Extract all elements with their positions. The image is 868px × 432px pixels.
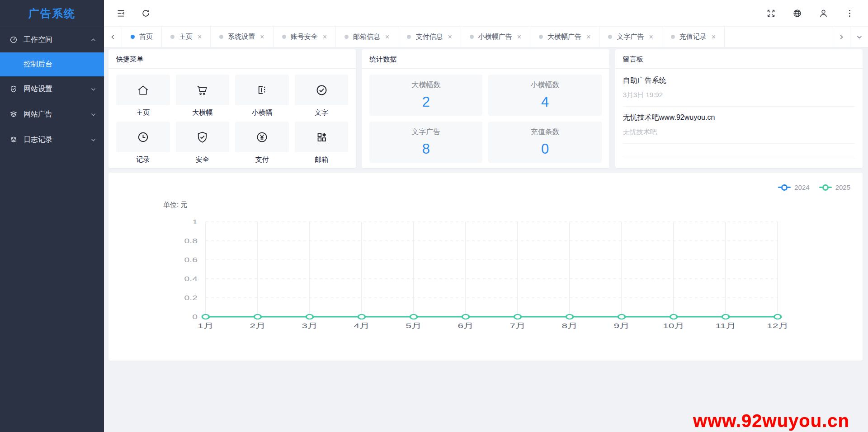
tab-status-dot <box>282 35 286 39</box>
quick-menu-item-label: 安全 <box>176 155 230 164</box>
chart-panel: 2024 2025 单位: 元 1月2月3月4月5月6月7月8月9月10月11月… <box>108 173 863 361</box>
close-icon[interactable]: × <box>323 33 327 41</box>
close-icon[interactable]: × <box>649 33 653 41</box>
user-icon[interactable] <box>819 9 828 18</box>
topbar-right <box>766 9 854 18</box>
quick-menu-item-label: 小横幅 <box>235 108 289 117</box>
close-icon[interactable]: × <box>260 33 264 41</box>
quick-menu-item-label: 记录 <box>116 155 170 164</box>
banner-icon <box>235 75 289 105</box>
quick-menu-item-payment[interactable]: 支付 <box>235 122 289 164</box>
stats-panel: 统计数据 大横幅数 2 小横幅数 4 文字 <box>362 49 609 168</box>
chevron-up-icon <box>90 37 97 43</box>
quick-menu-item-label: 主页 <box>116 108 170 117</box>
tab-account-security[interactable]: 账号安全 × <box>274 27 336 47</box>
cart-icon <box>176 75 230 105</box>
tab-email-info[interactable]: 邮箱信息 × <box>336 27 398 47</box>
tab-main-page[interactable]: 主页 × <box>162 27 211 47</box>
home-icon <box>116 75 170 105</box>
svg-text:5月: 5月 <box>406 322 421 329</box>
stat-card-small-banners: 小横幅数 4 <box>488 75 601 116</box>
quick-menu-item-security[interactable]: 安全 <box>176 122 230 164</box>
dashboard-icon <box>9 36 18 44</box>
check-circle-icon <box>295 75 349 105</box>
quick-menu-item-label: 大横幅 <box>176 108 230 117</box>
svg-text:0.6: 0.6 <box>184 256 198 263</box>
apps-icon <box>295 122 349 152</box>
stat-label: 文字广告 <box>411 127 440 137</box>
stat-label: 充值条数 <box>531 127 560 137</box>
tab-status-dot <box>539 35 543 39</box>
clock-icon <box>116 122 170 152</box>
quick-menu-item-mailbox[interactable]: 邮箱 <box>295 122 349 164</box>
tabs-scroll-right-button[interactable] <box>832 27 850 47</box>
tab-label: 系统设置 <box>228 33 255 41</box>
fullscreen-icon[interactable] <box>766 9 776 18</box>
close-icon[interactable]: × <box>586 33 590 41</box>
sidebar-item-label: 日志记录 <box>24 135 90 145</box>
panel-title: 快捷菜单 <box>108 49 356 69</box>
layers-icon <box>9 136 18 144</box>
tab-system-settings[interactable]: 系统设置 × <box>211 27 273 47</box>
svg-text:4月: 4月 <box>354 322 369 329</box>
tab-label: 充值记录 <box>679 33 707 41</box>
quick-menu-item-label: 支付 <box>235 155 289 164</box>
shield-check-icon <box>176 122 230 152</box>
quick-menu-item-records[interactable]: 记录 <box>116 122 170 164</box>
globe-icon[interactable] <box>793 9 802 18</box>
yen-circle-icon <box>235 122 289 152</box>
tab-status-dot <box>470 35 474 39</box>
menu-fold-icon[interactable] <box>116 9 126 18</box>
sidebar-item-workspace[interactable]: 工作空间 <box>0 27 104 52</box>
topbar <box>104 0 868 27</box>
more-icon[interactable] <box>845 9 854 18</box>
message-title: 自助广告系统 <box>623 76 855 85</box>
tab-label: 邮箱信息 <box>353 33 380 41</box>
svg-text:9月: 9月 <box>614 322 630 329</box>
svg-text:6月: 6月 <box>458 322 473 329</box>
stat-card-recharges: 充值条数 0 <box>488 122 601 163</box>
close-icon[interactable]: × <box>517 33 521 41</box>
sidebar-item-control-backend[interactable]: 控制后台 <box>0 52 104 76</box>
message-board-panel: 留言板 自助广告系统 3月3日 19:92 无忧技术吧www.92wuyou.c… <box>615 49 863 168</box>
stat-value: 0 <box>541 141 549 157</box>
tab-home[interactable]: 首页 <box>122 27 162 47</box>
close-icon[interactable]: × <box>712 33 716 41</box>
tab-label: 大横幅广告 <box>547 33 581 41</box>
quick-menu-item-large-banner[interactable]: 大横幅 <box>176 75 230 117</box>
tabs-menu-button[interactable] <box>850 27 868 47</box>
sidebar-item-site-settings[interactable]: 网站设置 <box>0 76 104 102</box>
svg-text:1月: 1月 <box>198 322 213 329</box>
tab-recharge-records[interactable]: 充值记录 × <box>662 27 725 47</box>
tab-bar: 首页 主页 × 系统设置 × 账号安全 × <box>104 27 868 47</box>
close-icon[interactable]: × <box>448 33 452 41</box>
app-logo: 广告系统 <box>0 0 104 27</box>
message-subtitle: 无忧技术吧 <box>623 128 855 136</box>
svg-text:0.4: 0.4 <box>184 275 198 282</box>
sidebar-menu: 工作空间 控制后台 网站设置 网站广 <box>0 27 104 152</box>
tab-small-banner-ads[interactable]: 小横幅广告 × <box>461 27 530 47</box>
tabs-scroll-left-button[interactable] <box>104 27 122 47</box>
svg-text:2月: 2月 <box>250 322 265 329</box>
quick-menu-item-home[interactable]: 主页 <box>116 75 170 117</box>
tab-payment-info[interactable]: 支付信息 × <box>398 27 461 47</box>
tab-text-ads[interactable]: 文字广告 × <box>599 27 662 47</box>
panel-title: 统计数据 <box>362 49 609 69</box>
quick-menu-item-text[interactable]: 文字 <box>295 75 349 117</box>
tab-large-banner-ads[interactable]: 大横幅广告 × <box>530 27 599 47</box>
message-subtitle: 3月3日 19:92 <box>623 91 855 99</box>
sidebar-item-logs[interactable]: 日志记录 <box>0 127 104 152</box>
stat-value: 4 <box>541 94 549 110</box>
tab-label: 账号安全 <box>291 33 318 41</box>
sidebar-subitem-label: 控制后台 <box>24 60 52 69</box>
app-root: 广告系统 工作空间 控制后台 网站设置 <box>0 0 868 432</box>
sidebar-item-label: 网站广告 <box>24 110 90 119</box>
close-icon[interactable]: × <box>385 33 389 41</box>
sidebar-item-site-ads[interactable]: 网站广告 <box>0 102 104 127</box>
refresh-icon[interactable] <box>141 9 151 18</box>
svg-text:8月: 8月 <box>562 322 578 329</box>
tab-status-dot <box>170 35 175 39</box>
sidebar-item-label: 网站设置 <box>24 85 90 94</box>
close-icon[interactable]: × <box>198 33 202 41</box>
quick-menu-item-small-banner[interactable]: 小横幅 <box>235 75 289 117</box>
